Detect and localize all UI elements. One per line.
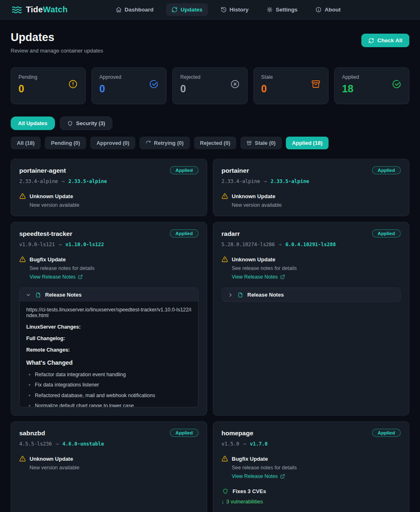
- tab-applied[interactable]: Applied (18): [286, 137, 329, 149]
- release-notes-content[interactable]: https://ci-tests.linuxserver.io/linuxser…: [20, 302, 198, 407]
- view-release-notes-link[interactable]: View Release Notes: [30, 274, 83, 280]
- status-badge: Applied: [170, 229, 199, 238]
- update-type: Bugfix Update: [232, 455, 401, 462]
- container-name: portainer: [221, 167, 249, 174]
- release-notes-line: Full Changelog:: [26, 336, 192, 341]
- version-row: 5.28.0.10274-ls286 → 6.0.4.10291-ls288: [221, 241, 401, 247]
- brand[interactable]: TideWatch: [11, 5, 68, 15]
- chevron-right-icon: [228, 292, 233, 298]
- update-card-portainer: portainer Applied 2.33.4-alpine → 2.33.5…: [213, 159, 409, 216]
- release-notes-toggle[interactable]: Release Notes: [222, 288, 400, 302]
- down-arrow-icon: ↓: [221, 498, 224, 505]
- file-text-icon: [35, 292, 41, 298]
- new-version: 4.6.0-unstable: [62, 441, 104, 447]
- tab-label: Rejected (0): [200, 140, 231, 146]
- update-card-sabnzbd: sabnzbd Applied 4.5.5-ls236 → 4.6.0-unst…: [11, 421, 207, 512]
- nav-item-settings[interactable]: Settings: [261, 3, 303, 16]
- update-card-speedtest-tracker: speedtest-tracker Applied v1.9.0-ls121 →…: [11, 222, 207, 416]
- status-badge: Applied: [372, 229, 401, 238]
- tab-approved[interactable]: Approved (0): [90, 137, 135, 149]
- nav-item-label: Settings: [276, 7, 297, 13]
- status-badge: Applied: [170, 429, 199, 437]
- old-version: 2.33.4-alpine: [19, 178, 58, 184]
- new-version: v1.7.0: [250, 441, 267, 447]
- update-description: New version available: [232, 202, 401, 208]
- external-link-icon: [78, 274, 83, 279]
- refresh-icon: [146, 140, 151, 146]
- version-row: v1.5.0 → v1.7.0: [221, 441, 401, 447]
- stat-card-pending: Pending 0: [11, 67, 86, 104]
- release-notes-section: Release Notes: [221, 288, 401, 302]
- arrow-right-icon: →: [55, 441, 59, 447]
- release-notes-list: Refactor data integration event handling…: [26, 371, 192, 407]
- release-notes-toggle[interactable]: Release Notes: [20, 288, 198, 302]
- filter-label: Security (3): [76, 120, 105, 126]
- old-version: v1.9.0-ls121: [19, 242, 55, 247]
- tab-pending[interactable]: Pending (0): [45, 137, 86, 149]
- arrow-right-icon: →: [243, 441, 246, 447]
- version-row: 4.5.5-ls236 → 4.6.0-unstable: [19, 441, 199, 447]
- nav-item-label: Updates: [180, 7, 202, 13]
- new-version: 2.33.5-alpine: [271, 178, 309, 184]
- container-name: homepage: [221, 430, 253, 437]
- warning-triangle-icon: [221, 256, 228, 280]
- update-description: See release notes for details: [232, 465, 401, 471]
- check-circle-icon: [149, 79, 159, 89]
- archive-icon: [311, 79, 321, 89]
- tab-label: Retrying (0): [154, 140, 183, 146]
- filter-security[interactable]: Security (3): [60, 117, 113, 130]
- tab-all[interactable]: All (18): [11, 137, 41, 149]
- refresh-icon: [368, 38, 374, 43]
- update-card-portainer-agent: portainer-agent Applied 2.33.4-alpine → …: [11, 159, 207, 216]
- link-label: View Release Notes: [232, 274, 278, 280]
- top-navbar: TideWatch Dashboard Updates: [0, 0, 420, 20]
- tab-stale[interactable]: Stale (0): [240, 137, 282, 149]
- file-text-icon: [237, 292, 243, 298]
- status-badge: Applied: [372, 429, 401, 437]
- new-version: 6.0.4.10291-ls288: [285, 242, 336, 247]
- release-note-item: Normalize default chart range to lower c…: [26, 402, 192, 407]
- warning-triangle-icon: [19, 455, 26, 471]
- release-note-item: Refactored database, mail and webhook no…: [26, 392, 192, 399]
- nav-item-about[interactable]: About: [310, 3, 346, 16]
- tab-label: Applied (18): [292, 140, 322, 146]
- new-version: v1.10.0-ls122: [66, 242, 104, 247]
- cve-fix-text: Fixes 3 CVEs: [233, 488, 266, 494]
- refresh-icon: [171, 7, 178, 13]
- stats-row: Pending 0 Approved 0 Rejected 0: [11, 67, 409, 104]
- update-description: See release notes for details: [30, 265, 199, 271]
- update-type: Unknown Update: [232, 193, 401, 199]
- tab-rejected[interactable]: Rejected (0): [194, 137, 237, 149]
- nav-item-history[interactable]: History: [215, 3, 254, 16]
- external-link-icon: [280, 274, 285, 279]
- view-release-notes-link[interactable]: View Release Notes: [232, 473, 285, 479]
- status-badge: Applied: [170, 166, 199, 174]
- release-note-item: Fix data integrations listener: [26, 382, 192, 388]
- nav-item-label: Dashboard: [125, 7, 154, 13]
- tab-label: Stale (0): [255, 140, 276, 146]
- brand-name-primary: Tide: [26, 5, 43, 14]
- filter-all-updates[interactable]: All Updates: [11, 117, 55, 130]
- version-row: v1.9.0-ls121 → v1.10.0-ls122: [19, 241, 199, 247]
- warning-triangle-icon: [19, 256, 26, 280]
- container-name: portainer-agent: [19, 167, 66, 174]
- container-name: radarr: [221, 230, 240, 238]
- link-label: View Release Notes: [30, 274, 75, 280]
- old-version: 2.33.4-alpine: [221, 178, 260, 184]
- container-name: speedtest-tracker: [19, 230, 72, 238]
- waves-logo-icon: [11, 5, 22, 15]
- page-subtitle: Review and manage container updates: [11, 48, 103, 54]
- chevron-down-icon: [25, 292, 31, 298]
- nav-item-dashboard[interactable]: Dashboard: [110, 3, 159, 16]
- shield-icon: [67, 121, 73, 126]
- release-notes-line: Remote Changes:: [26, 347, 192, 353]
- gear-icon: [267, 7, 273, 13]
- nav-item-updates[interactable]: Updates: [166, 3, 208, 16]
- tab-retrying[interactable]: Retrying (0): [139, 137, 189, 149]
- update-type: Bugfix Update: [30, 256, 199, 263]
- brand-name-secondary: Watch: [43, 5, 68, 14]
- nav-item-label: History: [230, 7, 249, 13]
- view-release-notes-link[interactable]: View Release Notes: [232, 274, 285, 280]
- check-all-button[interactable]: Check All: [361, 34, 409, 47]
- update-type: Unknown Update: [30, 193, 199, 199]
